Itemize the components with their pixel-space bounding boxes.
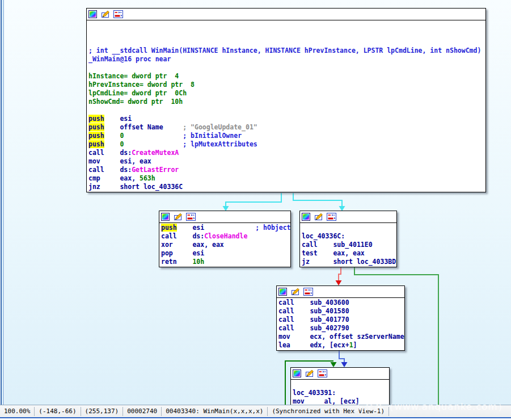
set-node-color-icon[interactable] (293, 369, 302, 377)
edit-comment-icon[interactable] (305, 369, 315, 377)
asm-segment: ; lpMutexAttributes (183, 140, 257, 148)
asm-segment: call sub_403600 (278, 299, 349, 306)
asm-segment: GetLastError (132, 166, 179, 174)
edge-initcalls-to-loc403391 (339, 350, 344, 363)
edit-comment-icon[interactable] (291, 288, 301, 296)
asm-segment: ; "GoogleUpdate_01" (183, 123, 257, 131)
asm-line[interactable]: push 0 ; bInitialOwner (88, 132, 485, 140)
group-nodes-icon[interactable] (113, 10, 123, 18)
asm-segment: call sub_401580 (278, 307, 349, 315)
edit-comment-icon[interactable] (314, 213, 324, 221)
group-nodes-icon[interactable] (303, 288, 313, 296)
asm-segment: lpCmdLine= dword ptr 0Ch (88, 89, 187, 97)
asm-segment: push (88, 140, 104, 148)
asm-segment: ; bInitialOwner (183, 132, 242, 140)
asm-segment: offset Name (104, 123, 183, 131)
asm-segment: test eax, eax (302, 249, 365, 257)
asm-segment (124, 140, 183, 148)
asm-line[interactable]: retn 10h (161, 258, 290, 266)
status-sync-status: (Synchronized with Hex View-1) (268, 407, 389, 416)
asm-line[interactable] (88, 106, 485, 115)
group-nodes-icon[interactable] (327, 213, 336, 221)
edge-entry-to-closehandle (226, 193, 281, 207)
asm-segment (124, 132, 183, 140)
asm-segment: esi (104, 115, 132, 123)
asm-segment: retn (161, 258, 192, 266)
block-titlebar[interactable] (300, 211, 396, 223)
asm-line[interactable]: test eax, eax (302, 249, 396, 258)
asm-segment: CloseHandle (204, 232, 247, 240)
set-node-color-icon[interactable] (278, 288, 288, 296)
asm-segment: _WinMain@16 proc near (88, 55, 171, 63)
basic-block-loc-403391[interactable]: loc_403391:mov al, [ecx] (290, 367, 390, 405)
asm-line[interactable]: ; int __stdcall WinMain(HINSTANCE hInsta… (88, 47, 485, 55)
asm-line[interactable]: mov al, [ecx] (293, 397, 389, 405)
asm-segment: call ds: (88, 166, 132, 174)
asm-line[interactable]: xor eax, eax (161, 241, 290, 249)
asm-line[interactable]: call sub_4011E0 (302, 241, 396, 249)
asm-line[interactable] (88, 30, 485, 38)
set-node-color-icon[interactable] (88, 10, 98, 18)
asm-line[interactable]: push esi (88, 115, 485, 123)
edit-comment-icon[interactable] (101, 10, 111, 18)
asm-segment: call sub_401770 (278, 316, 349, 324)
asm-line[interactable]: push esi ; hObject (161, 224, 290, 232)
block-code: ; int __stdcall WinMain(HINSTANCE hInsta… (87, 20, 485, 192)
asm-line[interactable]: call ds:CreateMutexA (88, 149, 485, 157)
asm-segment: cmp eax, (88, 174, 140, 182)
asm-line[interactable]: hInstance= dword ptr 4 (88, 72, 485, 81)
asm-line[interactable]: jnz short loc_40336C (88, 183, 485, 191)
asm-line[interactable]: mov esi, eax (88, 157, 485, 166)
group-nodes-icon[interactable] (318, 369, 327, 377)
asm-line[interactable] (88, 38, 485, 47)
asm-segment: lea edx, [ecx+ (278, 341, 349, 349)
asm-segment (104, 132, 120, 140)
edge-arrowhead-jz-false-to-initcalls (336, 280, 342, 285)
asm-segment: loc_403391: (293, 389, 336, 397)
asm-line[interactable]: nShowCmd= dword ptr 10h (88, 98, 485, 106)
asm-segment: call ds: (88, 149, 132, 157)
asm-segment: hInstance= dword ptr 4 (88, 72, 179, 80)
asm-line[interactable]: mov ecx, offset szServerName (278, 333, 404, 341)
edit-comment-icon[interactable] (174, 213, 183, 221)
asm-line[interactable]: loc_40336C: (302, 232, 396, 241)
block-titlebar[interactable] (291, 368, 389, 380)
asm-segment: hPrevInstance= dword ptr 8 (88, 81, 195, 89)
basic-block-close-handle[interactable]: push esi ; hObjectcall ds:CloseHandlexor… (159, 211, 291, 267)
asm-line[interactable]: pop esi (161, 249, 290, 258)
asm-segment: call sub_402790 (278, 324, 349, 332)
basic-block-loc-40336C[interactable]: loc_40336C:call sub_4011E0test eax, eaxj… (299, 211, 397, 267)
graph-view[interactable]: ; int __stdcall WinMain(HINSTANCE hInsta… (0, 0, 511, 405)
group-nodes-icon[interactable] (186, 213, 196, 221)
asm-line[interactable]: hPrevInstance= dword ptr 8 (88, 81, 485, 89)
asm-line[interactable]: cmp eax, 563h (88, 174, 485, 183)
asm-line[interactable]: _WinMain@16 proc near (88, 55, 485, 64)
asm-line[interactable]: lpCmdLine= dword ptr 0Ch (88, 89, 485, 98)
asm-line[interactable]: loc_403391: (293, 389, 389, 397)
asm-line[interactable] (302, 224, 396, 232)
block-titlebar[interactable] (159, 211, 290, 223)
asm-line[interactable]: lea edx, [ecx+1] (278, 341, 404, 350)
asm-line[interactable]: call sub_401580 (278, 307, 404, 316)
block-titlebar[interactable] (87, 9, 485, 20)
asm-line[interactable]: call sub_401770 (278, 316, 404, 324)
edge-entry-to-loc40336C (293, 193, 342, 207)
basic-block-init-calls[interactable]: call sub_403600call sub_401580call sub_4… (276, 285, 405, 351)
asm-segment: push (88, 115, 104, 123)
asm-line[interactable]: push 0 ; lpMutexAttributes (88, 140, 485, 149)
asm-line[interactable]: jz short loc_4033BD (302, 258, 396, 266)
asm-line[interactable] (88, 21, 485, 30)
asm-line[interactable]: push offset Name ; "GoogleUpdate_01" (88, 123, 485, 132)
asm-line[interactable]: call sub_402790 (278, 324, 404, 333)
asm-line[interactable]: call ds:CloseHandle (161, 232, 290, 241)
block-titlebar[interactable] (277, 286, 404, 298)
asm-segment: esi (177, 224, 255, 232)
asm-line[interactable]: call sub_403600 (278, 299, 404, 307)
set-node-color-icon[interactable] (302, 213, 311, 221)
window-left-frame (0, 0, 5, 420)
asm-line[interactable] (293, 380, 389, 389)
asm-line[interactable] (88, 64, 485, 72)
basic-block-winmain-entry[interactable]: ; int __stdcall WinMain(HINSTANCE hInsta… (86, 8, 486, 192)
set-node-color-icon[interactable] (161, 213, 171, 221)
asm-line[interactable]: call ds:GetLastError (88, 166, 485, 174)
